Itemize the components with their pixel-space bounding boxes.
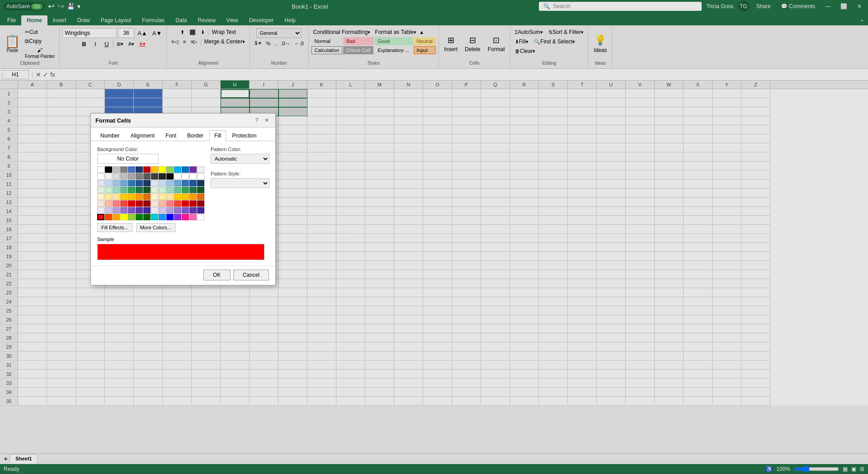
color-swatch[interactable]	[120, 207, 127, 213]
color-swatch[interactable]	[166, 207, 174, 213]
color-swatch[interactable]	[182, 200, 189, 207]
dialog-tab-font[interactable]: Font	[160, 130, 181, 141]
swatch-gray2[interactable]	[120, 166, 127, 173]
color-swatch[interactable]	[136, 187, 143, 193]
color-swatch[interactable]	[136, 200, 143, 207]
color-swatch[interactable]	[182, 173, 189, 180]
swatch-orange1[interactable]	[151, 166, 158, 173]
swatch-red1[interactable]	[143, 166, 151, 173]
color-swatch[interactable]	[113, 214, 120, 220]
color-swatch[interactable]	[166, 200, 174, 207]
fill-effects-btn[interactable]: Fill Effects...	[97, 223, 132, 232]
color-swatch[interactable]	[105, 214, 112, 220]
color-swatch[interactable]	[197, 180, 204, 186]
swatch-black[interactable]	[105, 166, 112, 173]
color-swatch[interactable]	[120, 173, 127, 180]
color-swatch[interactable]	[143, 187, 151, 193]
color-swatch[interactable]	[105, 180, 112, 186]
color-swatch[interactable]	[143, 173, 151, 180]
color-swatch[interactable]	[197, 200, 204, 207]
pattern-style-select[interactable]	[211, 178, 269, 188]
color-swatch[interactable]	[197, 187, 204, 193]
color-swatch[interactable]	[189, 207, 197, 213]
color-swatch[interactable]	[197, 214, 204, 220]
color-swatch[interactable]	[136, 173, 143, 180]
color-swatch[interactable]	[97, 187, 104, 193]
cancel-btn[interactable]: Cancel	[233, 270, 269, 280]
color-swatch[interactable]	[113, 194, 120, 200]
color-swatch[interactable]	[189, 200, 197, 207]
dialog-tab-border[interactable]: Border	[182, 130, 208, 141]
swatch-yellow1[interactable]	[159, 166, 166, 173]
dialog-tab-fill[interactable]: Fill	[209, 130, 226, 141]
color-swatch[interactable]	[174, 173, 181, 180]
color-swatch[interactable]	[166, 214, 174, 220]
dialog-close-btn[interactable]: ✕	[263, 116, 271, 124]
swatch-lightblue1[interactable]	[174, 166, 181, 173]
color-swatch[interactable]	[151, 173, 158, 180]
color-swatch[interactable]	[136, 180, 143, 186]
swatch-blue2[interactable]	[182, 166, 189, 173]
color-swatch[interactable]	[174, 187, 181, 193]
color-swatch[interactable]	[128, 207, 135, 213]
color-swatch[interactable]	[182, 187, 189, 193]
color-swatch[interactable]	[174, 200, 181, 207]
color-swatch[interactable]	[189, 214, 197, 220]
color-swatch[interactable]	[174, 214, 181, 220]
color-swatch[interactable]	[159, 173, 166, 180]
dialog-tab-number[interactable]: Number	[95, 130, 125, 141]
color-swatch[interactable]	[151, 194, 158, 200]
color-swatch[interactable]	[120, 180, 127, 186]
color-swatch[interactable]	[182, 214, 189, 220]
color-swatch[interactable]	[143, 207, 151, 213]
color-swatch[interactable]	[113, 187, 120, 193]
swatch-blue1[interactable]	[128, 166, 135, 173]
color-swatch[interactable]	[197, 194, 204, 200]
color-swatch[interactable]	[97, 200, 104, 207]
color-swatch[interactable]	[113, 207, 120, 213]
color-swatch[interactable]	[143, 200, 151, 207]
color-swatch[interactable]	[151, 207, 158, 213]
color-swatch[interactable]	[120, 187, 127, 193]
color-swatch[interactable]	[159, 214, 166, 220]
ok-btn[interactable]: OK	[203, 270, 231, 280]
color-swatch[interactable]	[97, 173, 104, 180]
color-swatch[interactable]	[197, 207, 204, 213]
dialog-help-btn[interactable]: ?	[253, 116, 261, 124]
color-swatch[interactable]	[151, 200, 158, 207]
color-swatch[interactable]	[189, 173, 197, 180]
color-swatch[interactable]	[189, 180, 197, 186]
color-swatch[interactable]	[182, 207, 189, 213]
color-swatch[interactable]	[151, 214, 158, 220]
more-colors-btn[interactable]: More Colors...	[136, 223, 175, 232]
color-swatch[interactable]	[159, 200, 166, 207]
color-swatch[interactable]	[151, 180, 158, 186]
color-swatch[interactable]	[128, 173, 135, 180]
color-swatch[interactable]	[159, 207, 166, 213]
color-swatch[interactable]	[128, 214, 135, 220]
swatch-lightgray[interactable]	[197, 166, 204, 173]
color-swatch[interactable]	[136, 214, 143, 220]
color-swatch[interactable]	[105, 200, 112, 207]
color-swatch[interactable]	[97, 194, 104, 200]
color-swatch[interactable]	[182, 180, 189, 186]
color-swatch[interactable]	[136, 194, 143, 200]
color-swatch[interactable]	[143, 194, 151, 200]
color-swatch[interactable]	[143, 180, 151, 186]
pattern-color-select[interactable]: Automatic	[211, 154, 269, 164]
color-swatch[interactable]	[105, 207, 112, 213]
dialog-tab-alignment[interactable]: Alignment	[126, 130, 160, 141]
swatch-purple1[interactable]	[189, 166, 197, 173]
color-swatch[interactable]	[120, 194, 127, 200]
color-swatch[interactable]	[128, 200, 135, 207]
color-swatch[interactable]	[151, 187, 158, 193]
color-swatch[interactable]	[159, 187, 166, 193]
color-swatch[interactable]	[128, 180, 135, 186]
swatch-white[interactable]	[97, 166, 104, 173]
swatch-gray1[interactable]	[113, 166, 120, 173]
color-swatch[interactable]	[105, 194, 112, 200]
color-swatch[interactable]	[105, 187, 112, 193]
color-swatch[interactable]	[174, 194, 181, 200]
color-swatch[interactable]	[120, 200, 127, 207]
dialog-tab-protection[interactable]: Protection	[227, 130, 261, 141]
